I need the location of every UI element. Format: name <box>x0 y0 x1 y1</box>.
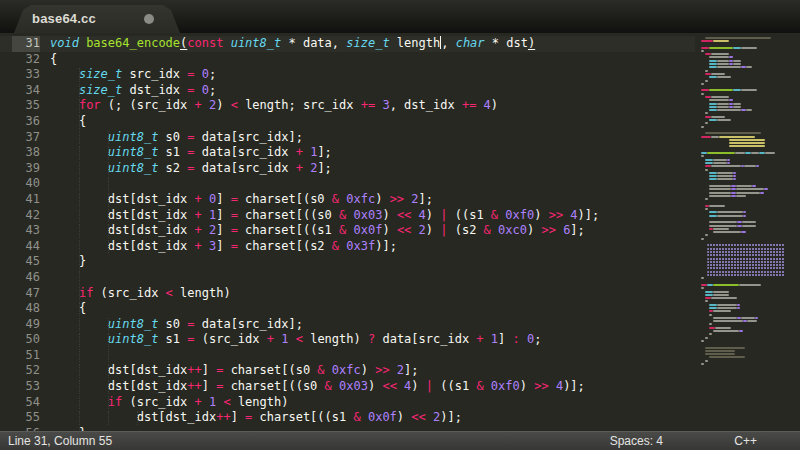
code-line[interactable]: void base64_encode(const uint8_t * data,… <box>0 36 800 52</box>
line-number: 34 <box>0 83 40 99</box>
line-number: 43 <box>0 223 40 239</box>
line-number: 51 <box>0 348 40 364</box>
indent-guide <box>79 115 80 129</box>
indent-guide <box>79 396 80 410</box>
code-line[interactable]: size_t dst_idx = 0; <box>50 83 800 99</box>
code-line[interactable]: dst[dst_idx++] = charset[(s0 & 0xfc) >> … <box>50 363 800 379</box>
code-line[interactable]: { <box>50 114 800 130</box>
indent-guide <box>108 380 109 394</box>
indent-guide <box>108 349 109 363</box>
code-editor[interactable]: 3132333435363738394041424344454647484950… <box>0 33 800 431</box>
indent-guide <box>108 396 109 410</box>
line-number: 48 <box>0 301 40 317</box>
unsaved-changes-icon[interactable] <box>144 14 154 24</box>
indent-guide <box>79 68 80 82</box>
tab-label: base64.cc <box>32 11 96 26</box>
indent-guide <box>108 411 109 425</box>
code-line[interactable]: dst[dst_idx + 1] = charset[((s0 & 0x03) … <box>50 208 800 224</box>
line-number: 55 <box>0 410 40 426</box>
indent-guide <box>79 255 80 269</box>
code-text-area[interactable]: void base64_encode(const uint8_t * data,… <box>50 36 800 431</box>
code-line[interactable]: for (; (src_idx + 2) < length; src_idx +… <box>50 98 800 114</box>
code-line[interactable]: dst[dst_idx + 2] = charset[((s1 & 0x0f) … <box>50 223 800 239</box>
indent-guide <box>79 209 80 223</box>
line-number: 50 <box>0 332 40 348</box>
line-number: 49 <box>0 317 40 333</box>
tab-base64cc[interactable]: base64.cc <box>14 5 180 33</box>
line-number: 45 <box>0 254 40 270</box>
line-number: 52 <box>0 363 40 379</box>
indent-guide <box>108 146 109 160</box>
code-line[interactable]: uint8_t s0 = data[src_idx]; <box>50 317 800 333</box>
indent-guide <box>108 240 109 254</box>
indent-guide <box>108 177 109 191</box>
code-line[interactable]: { <box>50 52 800 68</box>
indent-guide <box>79 146 80 160</box>
code-line[interactable]: } <box>50 254 800 270</box>
indent-guide <box>79 162 80 176</box>
line-number: 33 <box>0 67 40 83</box>
indent-guide <box>79 271 80 285</box>
indent-guide <box>79 380 80 394</box>
code-line[interactable]: dst[dst_idx++] = charset[((s1 & 0x0f) <<… <box>50 410 800 426</box>
line-number: 41 <box>0 192 40 208</box>
indent-guide <box>137 411 138 425</box>
indent-guide <box>79 193 80 207</box>
indent-guide <box>79 99 80 113</box>
indent-guide <box>79 333 80 347</box>
indent-guide <box>79 318 80 332</box>
indent-guide <box>108 333 109 347</box>
indent-guide <box>79 411 80 425</box>
indent-guide <box>108 209 109 223</box>
code-line[interactable]: uint8_t s1 = data[src_idx + 1]; <box>50 145 800 161</box>
indent-guide <box>79 349 80 363</box>
code-line[interactable] <box>50 270 800 286</box>
line-number: 44 <box>0 239 40 255</box>
indent-guide <box>79 131 80 145</box>
code-line[interactable] <box>50 348 800 364</box>
code-line[interactable]: uint8_t s2 = data[src_idx + 2]; <box>50 161 800 177</box>
code-line[interactable] <box>50 176 800 192</box>
tab-bar: base64.cc <box>0 0 800 33</box>
indent-guide <box>108 193 109 207</box>
indent-guide <box>108 224 109 238</box>
code-line[interactable]: dst[dst_idx + 3] = charset[(s2 & 0x3f)]; <box>50 239 800 255</box>
line-number: 42 <box>0 208 40 224</box>
indent-guide <box>108 318 109 332</box>
code-line[interactable]: size_t src_idx = 0; <box>50 67 800 83</box>
code-line[interactable]: uint8_t s1 = (src_idx + 1 < length) ? da… <box>50 332 800 348</box>
syntax-selector[interactable]: C++ <box>734 434 757 448</box>
code-line[interactable]: uint8_t s0 = data[src_idx]; <box>50 130 800 146</box>
sublime-text-window: base64.cc 313233343536373839404142434445… <box>0 0 800 450</box>
code-line[interactable]: if (src_idx + 1 < length) <box>50 395 800 411</box>
status-bar: Line 31, Column 55 Spaces: 4 C++ <box>0 431 800 450</box>
line-number: 39 <box>0 161 40 177</box>
line-number-gutter: 3132333435363738394041424344454647484950… <box>0 36 40 431</box>
line-number: 53 <box>0 379 40 395</box>
line-number: 54 <box>0 395 40 411</box>
line-number: 36 <box>0 114 40 130</box>
line-number: 38 <box>0 145 40 161</box>
line-number: 46 <box>0 270 40 286</box>
minimap[interactable] <box>695 33 800 431</box>
code-line[interactable]: dst[dst_idx + 0] = charset[(s0 & 0xfc) >… <box>50 192 800 208</box>
code-line[interactable]: if (src_idx < length) <box>50 286 800 302</box>
indent-guide <box>108 131 109 145</box>
cursor-position-indicator: Line 31, Column 55 <box>8 434 112 448</box>
minimap-row <box>701 362 792 365</box>
indent-guide <box>79 287 80 301</box>
indent-guide <box>79 240 80 254</box>
line-number: 35 <box>0 98 40 114</box>
line-number: 40 <box>0 176 40 192</box>
indent-guide <box>79 364 80 378</box>
line-number: 47 <box>0 286 40 302</box>
code-line[interactable]: { <box>50 301 800 317</box>
indent-guide <box>79 302 80 316</box>
indentation-selector[interactable]: Spaces: 4 <box>610 434 663 448</box>
indent-guide <box>108 364 109 378</box>
indent-guide <box>79 177 80 191</box>
line-number: 37 <box>0 130 40 146</box>
code-line[interactable]: dst[dst_idx++] = charset[((s0 & 0x03) <<… <box>50 379 800 395</box>
line-number: 32 <box>0 52 40 68</box>
indent-guide <box>108 162 109 176</box>
